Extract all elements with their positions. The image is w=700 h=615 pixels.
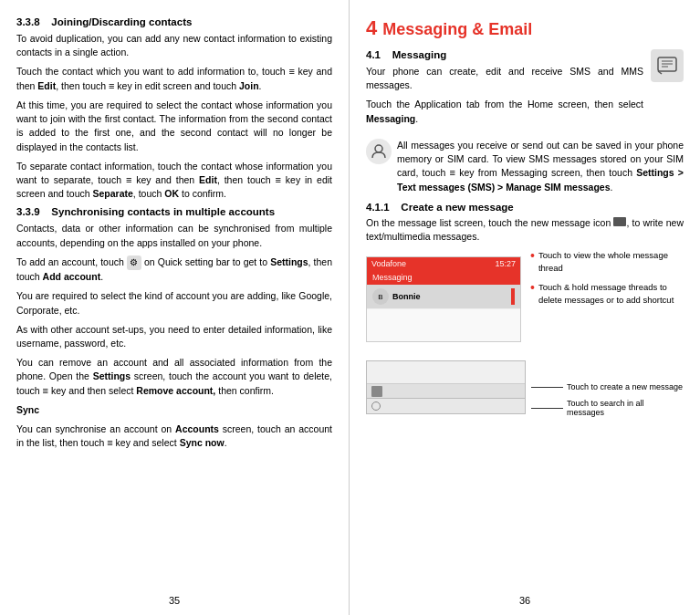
separate-bold: Separate — [92, 188, 132, 199]
compose-icon — [371, 386, 382, 397]
para-338-2: Touch the contact which you want to add … — [16, 65, 332, 92]
sync-heading: Sync — [16, 403, 332, 417]
settings-bold: Settings — [270, 256, 308, 267]
sync-now-bold: Sync now — [180, 437, 225, 448]
para-41-2: Touch the Application tab from the Home … — [366, 98, 643, 125]
section-411-title: 4.1.1 Create a new message — [366, 202, 684, 213]
search-icon-phone — [371, 401, 381, 411]
svg-point-5 — [375, 145, 382, 152]
phone-screenshot-top: Vodafone 15:27 Messaging B Bonnie — [366, 249, 521, 349]
right-page-number: 36 — [519, 595, 530, 606]
bullet-2: • — [530, 281, 535, 294]
edit-bold: Edit — [37, 80, 56, 91]
and-word: and — [508, 66, 525, 77]
section-338: 3.3.8 Joining/Discarding contacts To avo… — [16, 16, 332, 201]
para-338-4: To separate contact information, touch t… — [16, 160, 332, 202]
section-339: 3.3.9 Synchronising contacts in multiple… — [16, 206, 332, 450]
chapter-title: 4 Messaging & Email — [366, 16, 684, 40]
messaging-app-label: Messaging — [372, 273, 413, 282]
bottom-phone-screen — [366, 360, 526, 414]
para-339-5: You can remove an account and all associ… — [16, 356, 332, 398]
para-411-1: On the message list screen, touch the ne… — [366, 216, 684, 244]
left-page-number: 35 — [169, 595, 180, 606]
para-339-4: As with other account set-ups, you need … — [16, 323, 332, 350]
person-icon — [371, 143, 387, 160]
icon-note-text: All messages you receive or send out can… — [397, 139, 684, 194]
remove-account-bold: Remove account, — [136, 385, 215, 396]
messaging-bold: Messaging — [366, 113, 415, 124]
note-icon-circle — [366, 139, 392, 164]
settings-bold2: Settings — [93, 370, 131, 381]
bottom-screenshot-layout: Touch to create a new message Touch to s… — [366, 360, 684, 417]
menu-icon-inline2: ≡ — [109, 81, 114, 91]
contact-info: B Bonnie — [372, 288, 421, 305]
messaging-app-icon — [651, 49, 684, 82]
menu-icon-inline3: ≡ — [126, 175, 131, 185]
chapter-number: 4 — [366, 16, 377, 40]
para-339-1: Contacts, data or other information can … — [16, 222, 332, 249]
phone-empty-area — [367, 309, 520, 341]
phone-screenshot-bottom — [366, 360, 526, 414]
search-bar — [367, 399, 525, 413]
section-41: 4.1 Messaging Your phone can create, edi… — [366, 49, 684, 131]
para-338-3: At this time, you are required to select… — [16, 99, 332, 154]
join-bold: Join — [239, 80, 259, 91]
para-338-1: To avoid duplication, you can add any ne… — [16, 32, 332, 59]
bottom-annotations: Touch to create a new message Touch to s… — [531, 360, 684, 417]
menu-icon-inline6: ≡ — [107, 438, 112, 448]
ann-item-1: • Touch to view the whole message thread — [530, 249, 684, 276]
edit-bold2: Edit — [199, 174, 217, 185]
new-msg-icon — [613, 217, 626, 226]
add-account-bold: Add account — [43, 271, 101, 282]
menu-icon-inline4: ≡ — [276, 175, 281, 185]
left-page: 3.3.8 Joining/Discarding contacts To avo… — [0, 0, 350, 615]
ann-line-1 — [531, 387, 563, 388]
chapter-name: Messaging & Email — [382, 20, 532, 39]
section-411: 4.1.1 Create a new message On the messag… — [366, 202, 684, 244]
ann-line-2 — [531, 408, 563, 409]
para-339-6: You can synchronise an account on Accoun… — [16, 422, 332, 450]
accounts-bold: Accounts — [175, 423, 219, 434]
menu-icon-inline: ≡ — [288, 67, 294, 77]
section-41-title: 4.1 Messaging — [366, 49, 643, 60]
screenshot-bottom-area: Touch to create a new message Touch to s… — [366, 360, 684, 417]
ok-bold: OK — [164, 188, 179, 199]
contact-row: B Bonnie — [367, 285, 520, 309]
bullet-1: • — [530, 249, 535, 262]
screenshot-top-area: Vodafone 15:27 Messaging B Bonnie — [366, 249, 684, 349]
section-41-content: 4.1 Messaging Your phone can create, edi… — [366, 49, 643, 131]
icon-note-box: All messages you receive or send out can… — [366, 139, 684, 194]
bottom-ann-1: Touch to create a new message — [531, 382, 684, 391]
section-339-title: 3.3.9 Synchronising contacts in multiple… — [16, 206, 332, 217]
carrier-label: Vodafone — [371, 259, 406, 268]
ann-text-1: Touch to view the whole message thread — [538, 249, 684, 276]
bottom-phone-empty — [367, 361, 525, 384]
bottom-ann-2: Touch to search in all messages — [531, 399, 684, 417]
time-text: 15:27 — [495, 259, 516, 268]
bottom-ann-text-1: Touch to create a new message — [567, 382, 683, 391]
menu-icon-note: ≡ — [450, 168, 455, 178]
ann-item-2: • Touch & hold message threads to delete… — [530, 281, 684, 308]
screenshot-annotations-top: • Touch to view the whole message thread… — [530, 249, 684, 312]
messaging-icon-svg — [657, 56, 677, 76]
red-indicator — [511, 288, 515, 305]
contact-name: Bonnie — [392, 292, 421, 301]
compose-bar — [367, 384, 525, 399]
phone-header: Vodafone 15:27 — [367, 257, 520, 270]
para-339-3: You are required to select the kind of a… — [16, 289, 332, 317]
para-41-1: Your phone can create, edit and receive … — [366, 65, 643, 92]
para-339-2: To add an account, touch ⚙ on Quick sett… — [16, 255, 332, 284]
app-title-bar: Messaging — [367, 270, 520, 285]
contact-avatar: B — [372, 288, 389, 305]
ann-text-2: Touch & hold message threads to delete m… — [538, 281, 684, 308]
settings-text-bold: Settings > Text messages (SMS) > Manage … — [397, 167, 684, 192]
phone-screen: Vodafone 15:27 Messaging B Bonnie — [366, 256, 521, 342]
settings-icon-inline: ⚙ — [127, 255, 141, 270]
bottom-ann-text-2: Touch to search in all messages — [567, 399, 684, 417]
right-page: 4 Messaging & Email 4.1 Messaging Your p… — [350, 0, 700, 615]
carrier-text: Vodafone — [371, 259, 406, 268]
section-338-title: 3.3.8 Joining/Discarding contacts — [16, 16, 332, 27]
menu-icon-inline5: ≡ — [43, 386, 48, 396]
